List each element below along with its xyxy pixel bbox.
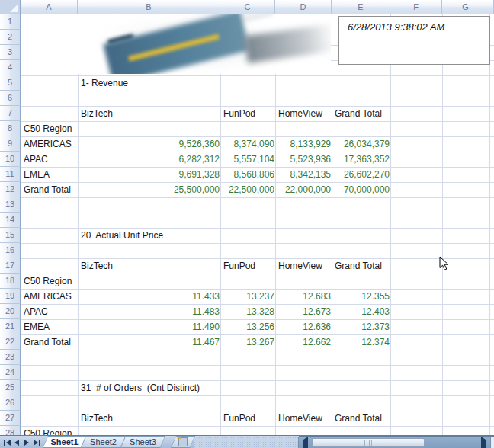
column-header-G[interactable]: G — [442, 0, 489, 14]
cell-A22[interactable]: Grand Total — [21, 334, 81, 350]
cell-C9[interactable]: 8,374,090 — [220, 136, 277, 152]
cell-D17[interactable]: HomeView — [275, 258, 335, 274]
cell-D7[interactable]: HomeView — [275, 106, 335, 121]
row-header-23[interactable]: 23 — [0, 350, 21, 365]
row-header-8[interactable]: 8 — [0, 121, 21, 136]
scroll-left-arrow[interactable] — [303, 440, 308, 448]
cell-B25[interactable]: 31 # of Orders (Cnt Distinct) — [78, 380, 223, 395]
row-header-9[interactable]: 9 — [0, 136, 21, 152]
cell-E9[interactable]: 26,034,379 — [332, 136, 392, 152]
row-header-24[interactable]: 24 — [0, 365, 21, 380]
cell-C27[interactable]: FunPod — [220, 411, 278, 426]
book-clipart-image[interactable] — [21, 14, 331, 74]
cell-B5[interactable]: 1- Revenue — [78, 75, 223, 91]
cell-C20[interactable]: 13.328 — [220, 304, 277, 319]
row-header-3[interactable]: 3 — [0, 45, 21, 60]
cell-A9[interactable]: AMERICAS — [21, 136, 81, 152]
row-header-21[interactable]: 21 — [0, 319, 21, 334]
cell-B22[interactable]: 11.467 — [78, 334, 222, 350]
cell-E7[interactable]: Grand Total — [332, 106, 393, 121]
cell-E11[interactable]: 26,602,270 — [332, 167, 392, 182]
cell-E20[interactable]: 12.403 — [332, 304, 392, 319]
row-header-12[interactable]: 12 — [0, 182, 21, 197]
row-header-4[interactable]: 4 — [0, 60, 21, 75]
next-sheet-button[interactable] — [22, 438, 31, 446]
cell-C22[interactable]: 13.267 — [220, 334, 277, 350]
row-header-19[interactable]: 19 — [0, 289, 21, 304]
cell-C21[interactable]: 13.256 — [220, 319, 277, 334]
cell-B17[interactable]: BizTech — [78, 258, 223, 274]
cell-D21[interactable]: 12.636 — [275, 319, 333, 334]
timestamp-textbox[interactable]: 6/28/2013 9:38:02 AM — [338, 16, 490, 65]
row-header-16[interactable]: 16 — [0, 243, 21, 258]
cell-D27[interactable]: HomeView — [275, 411, 335, 426]
horizontal-scrollbar[interactable] — [299, 436, 494, 448]
row-header-22[interactable]: 22 — [0, 334, 21, 350]
cell-C19[interactable]: 13.237 — [220, 289, 277, 304]
cell-A12[interactable]: Grand Total — [21, 182, 81, 197]
cell-E27[interactable]: Grand Total — [332, 411, 393, 426]
cell-E12[interactable]: 70,000,000 — [332, 182, 392, 197]
cell-B19[interactable]: 11.433 — [78, 289, 222, 304]
row-header-17[interactable]: 17 — [0, 258, 21, 274]
scrollbar-end-handle[interactable] — [490, 437, 494, 448]
row-header-10[interactable]: 10 — [0, 152, 21, 167]
cell-B21[interactable]: 11.490 — [78, 319, 222, 334]
cell-C10[interactable]: 5,557,104 — [220, 152, 277, 167]
cell-E10[interactable]: 17,363,352 — [332, 152, 392, 167]
cell-A18[interactable]: C50 Region — [21, 274, 81, 289]
tab-sheet1[interactable]: Sheet1 — [43, 436, 86, 448]
scroll-right-arrow[interactable] — [481, 440, 486, 448]
row-header-14[interactable]: 14 — [0, 213, 21, 228]
row-header-7[interactable]: 7 — [0, 106, 21, 121]
cell-C7[interactable]: FunPod — [220, 106, 278, 121]
row-header-18[interactable]: 18 — [0, 274, 21, 289]
row-header-5[interactable]: 5 — [0, 75, 21, 91]
row-header-6[interactable]: 6 — [0, 91, 21, 106]
insert-worksheet-tab[interactable]: ✸ — [171, 436, 195, 448]
cell-A8[interactable]: C50 Region — [21, 121, 81, 136]
cell-B9[interactable]: 9,526,360 — [78, 136, 222, 152]
row-header-20[interactable]: 20 — [0, 304, 21, 319]
cell-E19[interactable]: 12.355 — [332, 289, 392, 304]
cell-D9[interactable]: 8,133,929 — [275, 136, 333, 152]
cell-D20[interactable]: 12.673 — [275, 304, 333, 319]
column-header-F[interactable]: F — [390, 0, 442, 14]
first-sheet-button[interactable] — [2, 438, 11, 446]
cell-D12[interactable]: 22,000,000 — [275, 182, 333, 197]
cell-D22[interactable]: 12.662 — [275, 334, 333, 350]
column-header-E[interactable]: E — [332, 0, 390, 14]
cell-A11[interactable]: EMEA — [21, 167, 81, 182]
row-header-1[interactable]: 1 — [0, 14, 21, 30]
cell-A10[interactable]: APAC — [21, 152, 81, 167]
previous-sheet-button[interactable] — [12, 438, 21, 446]
row-header-11[interactable]: 11 — [0, 167, 21, 182]
select-all-corner[interactable] — [0, 0, 21, 14]
cell-D10[interactable]: 5,523,936 — [275, 152, 333, 167]
cell-C17[interactable]: FunPod — [220, 258, 278, 274]
cell-B15[interactable]: 20 Actual Unit Price — [78, 228, 223, 243]
cell-C12[interactable]: 22,500,000 — [220, 182, 277, 197]
cell-B7[interactable]: BizTech — [78, 106, 223, 121]
row-header-26[interactable]: 26 — [0, 395, 21, 411]
last-sheet-button[interactable] — [32, 438, 41, 446]
cell-A21[interactable]: EMEA — [21, 319, 81, 334]
scrollbar-thumb[interactable] — [312, 438, 425, 447]
cell-D19[interactable]: 12.683 — [275, 289, 333, 304]
cell-B12[interactable]: 25,500,000 — [78, 182, 222, 197]
cell-A19[interactable]: AMERICAS — [21, 289, 81, 304]
row-header-13[interactable]: 13 — [0, 197, 21, 213]
cell-B11[interactable]: 9,691,328 — [78, 167, 222, 182]
cell-B27[interactable]: BizTech — [78, 411, 223, 426]
column-header-D[interactable]: D — [275, 0, 332, 14]
cell-D11[interactable]: 8,342,135 — [275, 167, 333, 182]
row-header-27[interactable]: 27 — [0, 411, 21, 426]
column-header-B[interactable]: B — [78, 0, 220, 14]
row-header-15[interactable]: 15 — [0, 228, 21, 243]
cell-C11[interactable]: 8,568,806 — [220, 167, 277, 182]
column-header-C[interactable]: C — [220, 0, 275, 14]
cell-E21[interactable]: 12.373 — [332, 319, 392, 334]
cell-E22[interactable]: 12.374 — [332, 334, 392, 350]
cell-B10[interactable]: 6,282,312 — [78, 152, 222, 167]
cell-A20[interactable]: APAC — [21, 304, 81, 319]
